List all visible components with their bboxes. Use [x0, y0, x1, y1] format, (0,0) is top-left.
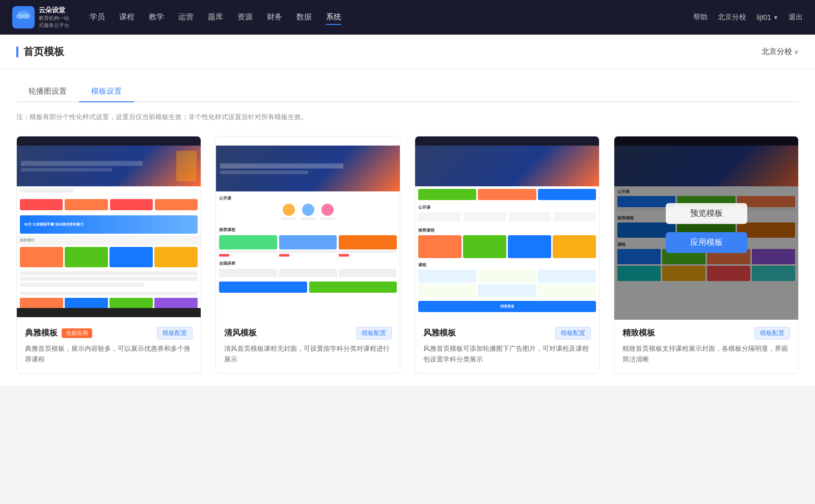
template-info-4: 精致模板 模板配置 精致首页模板支持课程展示封面，各模板分隔明显，界面简洁清晰 [614, 320, 798, 373]
badge-current-1: 当前应用 [62, 328, 92, 338]
svg-point-2 [22, 14, 31, 19]
template-preview-2[interactable]: 公开课 [216, 136, 400, 320]
template-card-2: 公开课 [215, 136, 400, 374]
template-name-row-2: 清风模板 模板配置 [224, 327, 392, 340]
nav-right: 帮助 北京分校 lijt01 ▼ 退出 [693, 13, 803, 22]
nav-item-question-bank[interactable]: 题库 [208, 10, 223, 25]
badge-config-1[interactable]: 模板配置 [157, 327, 193, 340]
template-info-2: 清风模板 模板配置 清风首页模板课程无封面，可设置按学科分类对课程进行展示 [216, 320, 400, 373]
page-title-wrap: 首页模板 [16, 45, 64, 59]
template-name-row-1: 典雅模板 当前应用 模板配置 [25, 327, 193, 340]
nav-item-operations[interactable]: 运营 [178, 10, 194, 25]
branch-arrow-icon: ∨ [794, 48, 799, 55]
template-preview-3[interactable]: 公开课 推荐课程 [415, 136, 599, 320]
template-card-4: 公开课 [614, 136, 799, 374]
badge-config-3[interactable]: 模板配置 [555, 327, 591, 340]
template-desc-3: 风雅首页模板可添加轮播图下广告图片，可对课程及课程包设置学科分类展示 [423, 344, 591, 365]
template-info-1: 典雅模板 当前应用 模板配置 典雅首页模板，展示内容较多，可以展示优惠券和多个推… [17, 320, 201, 373]
template-name-4: 精致模板 [622, 328, 655, 339]
nav-item-courses[interactable]: 课程 [119, 10, 134, 25]
template-desc-1: 典雅首页模板，展示内容较多，可以展示优惠券和多个推荐课程 [25, 344, 193, 365]
branch-selector[interactable]: 北京分校 ∨ [762, 47, 799, 57]
template-card-3: 公开课 推荐课程 [415, 136, 600, 374]
nav-item-teaching[interactable]: 教学 [149, 10, 164, 25]
note-text: 注：模板有部分个性化样式设置，设置后仅当前模板生效；非个性化样式设置后针对所有模… [16, 113, 799, 122]
logo: 云朵设堂 教育机构一站 式服务云平台 [12, 6, 69, 29]
username: lijt01 [756, 13, 771, 21]
logo-icon [12, 6, 35, 29]
branch-link[interactable]: 北京分校 [718, 13, 746, 22]
template-name-row-4: 精致模板 模板配置 [622, 327, 790, 340]
template-info-3: 风雅模板 模板配置 风雅首页模板可添加轮播图下广告图片，可对课程及课程包设置学科… [415, 320, 599, 373]
branch-label: 北京分校 [762, 47, 792, 57]
template-name-3: 风雅模板 [423, 328, 456, 339]
nav-item-resources[interactable]: 资源 [237, 10, 253, 25]
logo-name: 云朵设堂 [39, 6, 69, 15]
template-name-row-3: 风雅模板 模板配置 [423, 327, 591, 340]
template-name-1: 典雅模板 [25, 328, 58, 339]
template-preview-1[interactable]: 30天 让你摆脱平庸 知识使你更有魅力 推荐课程 [17, 136, 201, 320]
template-grid: 30天 让你摆脱平庸 知识使你更有魅力 推荐课程 [16, 136, 799, 374]
navigation: 云朵设堂 教育机构一站 式服务云平台 学员 课程 教学 运营 题库 资源 财务 … [0, 0, 815, 35]
user-menu[interactable]: lijt01 ▼ [756, 13, 778, 21]
nav-item-students[interactable]: 学员 [90, 10, 105, 25]
tab-bar: 轮播图设置 模板设置 [16, 81, 799, 102]
page-title-bar [16, 46, 18, 58]
nav-item-data[interactable]: 数据 [296, 10, 312, 25]
template-desc-4: 精致首页模板支持课程展示封面，各模板分隔明显，界面简洁清晰 [622, 344, 790, 365]
page-title: 首页模板 [23, 45, 64, 59]
template-overlay-4: 预览模板 应用模板 [614, 136, 798, 320]
help-link[interactable]: 帮助 [693, 13, 708, 22]
logo-sub: 教育机构一站 式服务云平台 [39, 15, 69, 29]
template-card-1: 30天 让你摆脱平庸 知识使你更有魅力 推荐课程 [16, 136, 201, 374]
nav-item-system[interactable]: 系统 [326, 10, 341, 25]
badge-config-2[interactable]: 模板配置 [356, 327, 392, 340]
main-content: 轮播图设置 模板设置 注：模板有部分个性化样式设置，设置后仅当前模板生效；非个性… [0, 69, 815, 386]
tab-carousel[interactable]: 轮播图设置 [16, 81, 79, 102]
logout-link[interactable]: 退出 [789, 13, 803, 22]
badge-config-4[interactable]: 模板配置 [754, 327, 790, 340]
preview-template-button[interactable]: 预览模板 [666, 203, 747, 224]
apply-template-button[interactable]: 应用模板 [666, 232, 747, 253]
template-desc-2: 清风首页模板课程无封面，可设置按学科分类对课程进行展示 [224, 344, 392, 365]
template-preview-4[interactable]: 公开课 [614, 136, 798, 320]
template-name-left-1: 典雅模板 当前应用 [25, 328, 92, 339]
logo-text: 云朵设堂 教育机构一站 式服务云平台 [39, 6, 69, 29]
tab-template[interactable]: 模板设置 [79, 81, 134, 102]
nav-item-finance[interactable]: 财务 [267, 10, 282, 25]
user-menu-arrow: ▼ [773, 15, 778, 20]
nav-left: 云朵设堂 教育机构一站 式服务云平台 学员 课程 教学 运营 题库 资源 财务 … [12, 6, 341, 29]
template-name-left-4: 精致模板 [622, 328, 655, 339]
nav-menu: 学员 课程 教学 运营 题库 资源 财务 数据 系统 [90, 10, 341, 25]
template-name-left-3: 风雅模板 [423, 328, 456, 339]
template-name-2: 清风模板 [224, 328, 257, 339]
page-header: 首页模板 北京分校 ∨ [0, 35, 815, 69]
template-name-left-2: 清风模板 [224, 328, 257, 339]
